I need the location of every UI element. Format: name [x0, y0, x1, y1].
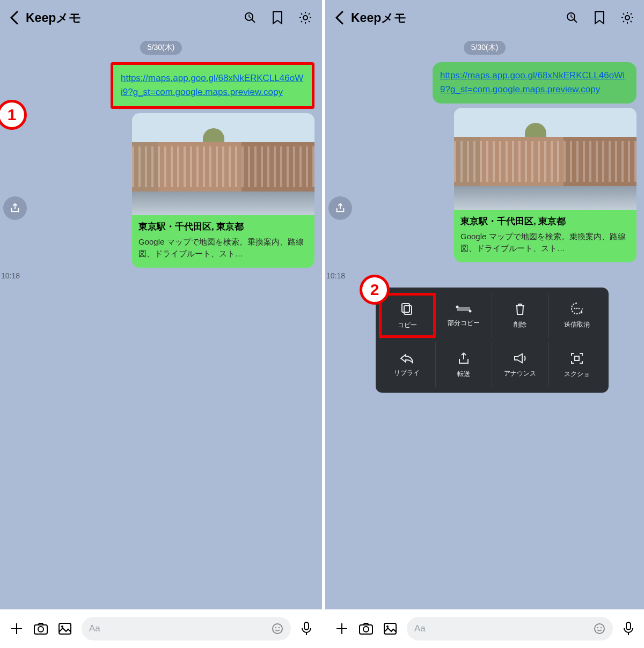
- menu-item-reply[interactable]: リプライ: [379, 342, 436, 387]
- chat-body: 5/30(木) https://maps.app.goo.gl/68xNkERK…: [325, 35, 644, 609]
- chat-header: Keepメモ: [0, 0, 322, 35]
- text-input[interactable]: Aa: [82, 617, 291, 640]
- svg-point-11: [625, 16, 630, 20]
- preview-description: Google マップで地図を検索。乗換案内、路線図、ドライブルート、スト…: [138, 236, 308, 260]
- search-icon[interactable]: [244, 11, 257, 24]
- svg-point-27: [601, 627, 602, 628]
- input-bar: Aa: [325, 609, 644, 648]
- svg-rect-13: [402, 304, 409, 312]
- screenshot-right: Keepメモ 5/30(木) https://maps.app.goo.gl/6…: [322, 0, 644, 648]
- chat-body: 5/30(木) https://maps.app.goo.gl/68xNkERK…: [0, 35, 322, 609]
- svg-point-17: [574, 307, 576, 309]
- mic-icon[interactable]: [623, 621, 634, 636]
- gallery-icon[interactable]: [58, 622, 72, 635]
- svg-point-6: [273, 624, 282, 634]
- camera-icon[interactable]: [33, 622, 48, 635]
- menu-item-unsend[interactable]: 送信取消: [549, 293, 606, 338]
- mic-icon[interactable]: [301, 621, 312, 636]
- copy-icon: [400, 301, 415, 316]
- share-button[interactable]: [328, 196, 352, 220]
- emoji-icon[interactable]: [272, 623, 283, 635]
- share-button[interactable]: [3, 196, 27, 220]
- menu-item-forward[interactable]: 転送: [436, 342, 493, 387]
- svg-rect-4: [59, 623, 71, 634]
- svg-rect-20: [575, 356, 579, 360]
- date-badge: 5/30(木): [464, 41, 506, 55]
- input-placeholder: Aa: [89, 623, 100, 634]
- preview-image: [132, 113, 314, 215]
- message-time: 10:18: [326, 271, 345, 280]
- url-message-bubble[interactable]: https://maps.app.goo.gl/68xNkERKCLL46oWi…: [433, 62, 636, 104]
- svg-point-16: [469, 310, 471, 312]
- menu-item-announce[interactable]: アナウンス: [492, 342, 549, 387]
- screenshot-icon: [569, 351, 584, 365]
- trash-icon: [514, 302, 526, 316]
- back-icon[interactable]: [10, 11, 18, 25]
- plus-icon[interactable]: [10, 622, 24, 636]
- bookmark-icon[interactable]: [594, 11, 605, 25]
- bookmark-icon[interactable]: [272, 11, 283, 25]
- svg-point-19: [579, 307, 580, 309]
- context-menu: コピー 部分コピー 削除 送信取消 リプライ 転送: [376, 288, 609, 393]
- svg-point-3: [38, 627, 43, 632]
- share-icon: [457, 351, 470, 365]
- svg-point-7: [275, 627, 276, 628]
- preview-description: Google マップで地図を検索。乗換案内、路線図、ドライブルート、スト…: [460, 231, 630, 255]
- screenshot-left: Keepメモ 5/30(木) https://maps.app.goo.gl/6…: [0, 0, 322, 648]
- url-message-bubble[interactable]: https://maps.app.goo.gl/68xNkERKCLL46oWi…: [111, 62, 314, 109]
- chat-header: Keepメモ: [325, 0, 644, 35]
- link-preview-card[interactable]: 東京駅・千代田区, 東京都 Google マップで地図を検索。乗換案内、路線図、…: [454, 108, 636, 262]
- preview-title: 東京駅・千代田区, 東京都: [460, 215, 630, 227]
- svg-point-15: [456, 305, 458, 308]
- preview-title: 東京駅・千代田区, 東京都: [138, 220, 308, 233]
- plus-icon[interactable]: [335, 622, 349, 636]
- back-icon[interactable]: [335, 11, 343, 25]
- svg-rect-23: [384, 623, 396, 634]
- svg-point-26: [597, 627, 598, 628]
- input-bar: Aa: [0, 609, 322, 648]
- svg-point-22: [363, 627, 369, 632]
- search-icon[interactable]: [566, 11, 579, 24]
- gear-icon[interactable]: [620, 11, 634, 25]
- emoji-icon[interactable]: [594, 623, 605, 635]
- shared-link[interactable]: https://maps.app.goo.gl/68xNkERKCLL46oWi…: [121, 73, 303, 97]
- chat-title: Keepメモ: [26, 10, 244, 26]
- input-placeholder: Aa: [414, 623, 426, 634]
- gallery-icon[interactable]: [383, 622, 397, 635]
- gear-icon[interactable]: [298, 11, 312, 25]
- annotation-step-2: 2: [360, 275, 390, 305]
- svg-rect-28: [626, 622, 631, 630]
- partial-copy-icon: [455, 304, 472, 314]
- menu-item-delete[interactable]: 削除: [492, 293, 549, 338]
- menu-item-partial-copy[interactable]: 部分コピー: [436, 293, 493, 338]
- svg-point-8: [279, 627, 280, 628]
- svg-point-18: [576, 307, 578, 309]
- svg-point-1: [303, 16, 308, 20]
- message-time: 10:18: [1, 271, 20, 280]
- reply-icon: [399, 352, 414, 364]
- svg-point-5: [61, 625, 63, 628]
- announce-icon: [513, 352, 528, 365]
- camera-icon[interactable]: [358, 622, 374, 635]
- svg-rect-9: [304, 622, 309, 630]
- link-preview-card[interactable]: 東京駅・千代田区, 東京都 Google マップで地図を検索。乗換案内、路線図、…: [132, 113, 314, 268]
- menu-item-screenshot[interactable]: スクショ: [549, 342, 606, 387]
- svg-point-24: [386, 625, 389, 628]
- svg-rect-14: [457, 307, 470, 311]
- svg-rect-12: [404, 306, 412, 314]
- unsend-icon: [569, 302, 584, 316]
- date-badge: 5/30(木): [140, 41, 182, 55]
- chat-title: Keepメモ: [351, 10, 566, 26]
- svg-point-25: [595, 624, 604, 634]
- preview-image: [454, 108, 636, 210]
- menu-item-copy[interactable]: コピー: [379, 293, 436, 338]
- text-input[interactable]: Aa: [407, 617, 613, 640]
- shared-link[interactable]: https://maps.app.goo.gl/68xNkERKCLL46oWi…: [440, 70, 625, 94]
